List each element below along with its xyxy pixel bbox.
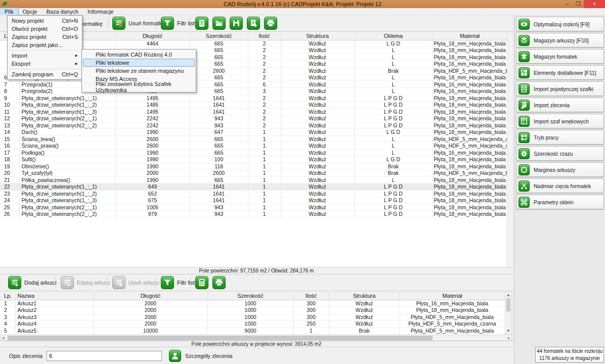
- partially-hidden-button-label[interactable]: ormatkę: [82, 21, 103, 27]
- table-row[interactable]: 11Płyta_drzwi_otwieranych(1_:_3)14951641…: [0, 108, 507, 115]
- table-row[interactable]: 4Arkusz420001000250WzdłużPłyta_HDF_5_mm_…: [0, 321, 505, 328]
- menu-baza-danych[interactable]: Baza danych: [41, 8, 83, 15]
- table-row[interactable]: 8Przegroda(2)9336653WzdłużLPłyta_16_mm_H…: [0, 88, 507, 95]
- menu-item-eksport[interactable]: Eksport▶: [8, 60, 82, 68]
- column-header[interactable]: Struktura: [281, 32, 354, 40]
- calculator-icon[interactable]: [195, 276, 208, 289]
- menu-item-import[interactable]: Import▶: [8, 52, 82, 60]
- sidebar-button-sheet-stack[interactable]: Magazyn formatek: [516, 49, 604, 64]
- scroll-right-icon[interactable]: ▸: [508, 335, 510, 341]
- sidebar-button-cabinet[interactable]: Import pojedynczej szafki: [516, 81, 604, 96]
- sidebar-button-clover[interactable]: Parametry oklein: [516, 195, 604, 209]
- sidebar-button-grid-squares[interactable]: Elementy dodatkowe [F11]: [516, 65, 604, 80]
- sidebar-button-squares-check[interactable]: Tryb pracy: [516, 130, 604, 145]
- table-cell: Wzdłuż: [281, 204, 354, 211]
- table-row[interactable]: 14Dach()19906471WzdłużL G DPłyta_18_mm_H…: [0, 129, 507, 136]
- delete-arkusz-button[interactable]: Usuń arkusz: [112, 276, 159, 289]
- table-row[interactable]: 15Ściana_lewa()26006651WzdłużLPłyta_HDF_…: [0, 135, 507, 143]
- close-button[interactable]: x: [584, 0, 605, 8]
- column-header[interactable]: Szerokość: [190, 32, 248, 40]
- table-row[interactable]: 18Sufit()19901001WzdłużL G DPłyta_18_mm_…: [0, 156, 507, 163]
- submenu-item[interactable]: Pliki formatek CAD Rozkroj 4.0: [83, 51, 195, 59]
- arkusze-vertical-scrollbar[interactable]: ▲ ▼: [505, 292, 512, 335]
- arkusze-horizontal-scrollbar[interactable]: ◂ ▸: [0, 335, 512, 341]
- column-header[interactable]: Długość: [94, 292, 207, 300]
- filter-arkusze-button[interactable]: Filtr listy: [161, 276, 197, 289]
- scrollbar-thumb[interactable]: [506, 298, 510, 311]
- person-icon[interactable]: [169, 350, 181, 362]
- add-arkusz-button[interactable]: Dodaj arkusz: [8, 276, 57, 289]
- table-row[interactable]: 10Płyta_drzwi_otwieranych(1_:_2)14851641…: [0, 102, 507, 109]
- save-icon[interactable]: [230, 17, 243, 30]
- submenu-item[interactable]: Pliki zestawień Edytora Szafek Użytkowni…: [83, 83, 195, 91]
- add-doc-icon[interactable]: [247, 17, 260, 30]
- minimize-button[interactable]: –: [561, 0, 573, 8]
- table-row[interactable]: 17Podłoga()19906651WzdłużLPłyta_16_mm_Ha…: [0, 149, 507, 156]
- table-row[interactable]: 7Przegroda(1)6656WzdłużLPłyta_16_mm_Hacj…: [0, 81, 507, 88]
- order-description-input[interactable]: [47, 351, 162, 361]
- column-header[interactable]: Okleina: [354, 32, 433, 40]
- menu-plik[interactable]: Plik: [0, 8, 18, 15]
- table-row[interactable]: 20Tył_szafy(tył)200026001WzdłużBrakPłyta…: [0, 170, 507, 177]
- sidebar-button-scissors[interactable]: Nadmiar cięcia formatek: [516, 178, 604, 193]
- menu-item-zamknij-program[interactable]: Zamknij programCtrl+Q: [8, 70, 82, 78]
- order-details-label[interactable]: Szczegóły zlecenia: [185, 353, 233, 359]
- table-row[interactable]: 9Płyta_drzwi_otwieranych(1_:_1)149516412…: [0, 95, 507, 102]
- column-header[interactable]: Materiał: [433, 32, 507, 40]
- menu-item-zapisz-projekt[interactable]: Zapisz projektCtrl+S: [8, 33, 82, 41]
- arkusze-header-row[interactable]: Lp.NazwaDługośćSzerokośćIlośćStrukturaMa…: [0, 292, 505, 300]
- table-row[interactable]: 22Płyta_drzwi_otwieranych(1_:_1)64916411…: [0, 184, 507, 191]
- list-icon[interactable]: [195, 17, 208, 30]
- table-row[interactable]: 2Arkusz220001000300WzdłużPłyta_18_mm_Hac…: [0, 307, 505, 314]
- menu-item-nowy-projekt[interactable]: Nowy projektCtrl+N: [8, 17, 82, 25]
- sidebar-button-layers[interactable]: Magazyn arkuszy [F10]: [516, 33, 604, 48]
- menu-item-otw-rz-projekt[interactable]: Otwórz projektCtrl+O: [8, 25, 82, 33]
- table-row[interactable]: 1Arkusz120001000300WzdłużPłyta_16_mm_Hac…: [0, 300, 505, 307]
- formatki-vertical-scrollbar[interactable]: [507, 32, 513, 267]
- sidebar-button-frame[interactable]: Margines arkuszy: [516, 162, 604, 177]
- submenu-item[interactable]: Pliki tekstowe ze stanem magazynu: [83, 67, 195, 75]
- menu-opcje[interactable]: Opcje: [18, 8, 42, 15]
- menu-item-zapisz-projekt-jako-[interactable]: Zapisz projekt jako...: [8, 41, 82, 49]
- table-row[interactable]: 3Arkusz320001000300WzdłużPłyta_HDF_5_mm_…: [0, 313, 505, 321]
- sidebar-button-eye[interactable]: Optymalizuj rozkrój [F9]: [516, 17, 604, 31]
- table-cell: 2: [248, 47, 281, 54]
- print-icon[interactable]: [264, 17, 277, 30]
- table-row[interactable]: 16Ściana_prawa()26006651WzdłużLPłyta_HDF…: [0, 143, 507, 150]
- table-row[interactable]: 19Obniżenie()19901181WzdłużBrakPłyta_18_…: [0, 163, 507, 170]
- delete-formatka-button[interactable]: Usuń formatkę: [112, 17, 165, 30]
- table-row[interactable]: 12Płyta_drzwi_otwieranych(2_:_1)22429432…: [0, 115, 507, 122]
- table-row[interactable]: 21Półka_pawlaczowa()19906651WzdłużLPłyta…: [0, 176, 507, 184]
- column-header[interactable]: Struktura: [329, 292, 400, 300]
- sidebar-button-wardrobe[interactable]: Import szaf wnękowych: [516, 114, 604, 128]
- table-row[interactable]: 24Płyta_drzwi_otwieranych(1_:_3)67516411…: [0, 197, 507, 204]
- edit-arkusz-button[interactable]: Edytuj arkusz: [61, 276, 110, 289]
- table-row[interactable]: 13Płyta_drzwi_otwieranych(2_:_2)22429432…: [0, 122, 507, 129]
- scroll-up-icon[interactable]: ▲: [505, 292, 511, 298]
- column-header[interactable]: Materiał: [400, 292, 505, 300]
- table-cell: 1641: [190, 190, 248, 197]
- table-cell: Wzdłuż: [281, 81, 354, 88]
- table-row[interactable]: 26Płyta_drzwi_otwieranych(2_:_2)9799431W…: [0, 211, 507, 218]
- sidebar-button-gear[interactable]: Szerokość rzazu: [516, 146, 604, 161]
- menu-informacje[interactable]: Informacje: [83, 8, 118, 15]
- maximize-button[interactable]: ❐: [573, 0, 584, 8]
- table-row[interactable]: 25Płyta_drzwi_otwieranych(2_:_1)10059431…: [0, 204, 507, 211]
- filter-list-button[interactable]: Filtr listy: [161, 17, 197, 30]
- scroll-down-icon[interactable]: ▼: [505, 328, 511, 334]
- print-icon[interactable]: [212, 276, 226, 289]
- submenu-item[interactable]: Pliki tekstowe: [83, 59, 195, 67]
- column-header[interactable]: Nazwa: [15, 292, 94, 300]
- scrollbar-thumb[interactable]: [8, 336, 433, 340]
- table-row[interactable]: 5Arkusz51000090001BrakPłyta_HDF_5_mm_Hac…: [0, 327, 505, 334]
- column-header[interactable]: Lp.: [0, 292, 15, 300]
- sidebar-button-doc-arrow[interactable]: Import zlecenia: [516, 98, 604, 112]
- folder-open-icon[interactable]: [212, 17, 226, 30]
- column-header[interactable]: Ilość: [248, 32, 281, 40]
- scroll-left-icon[interactable]: ◂: [2, 335, 4, 341]
- column-header[interactable]: Ilość: [293, 292, 329, 300]
- column-header[interactable]: Długość: [115, 32, 190, 40]
- column-header[interactable]: Szerokość: [207, 292, 293, 300]
- table-row[interactable]: 23Płyta_drzwi_otwieranych(1_:_2)65216411…: [0, 190, 507, 197]
- table-cell: Wzdłuż: [329, 321, 400, 328]
